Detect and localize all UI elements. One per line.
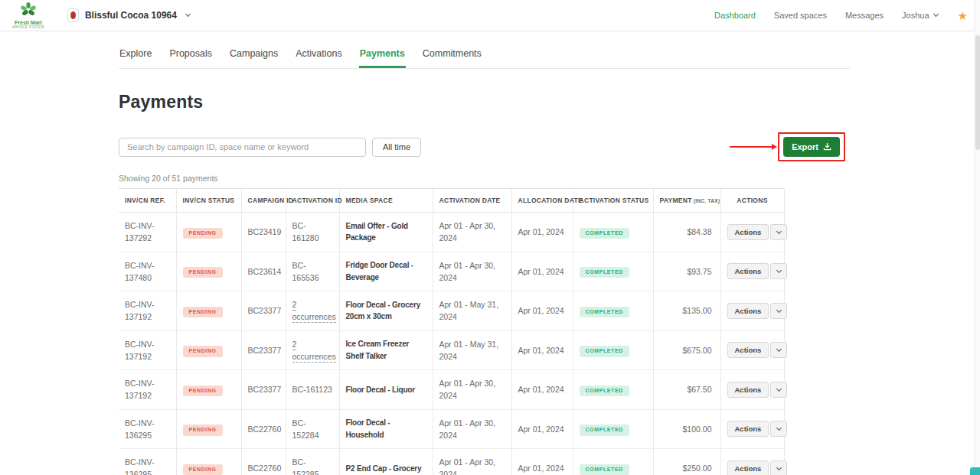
status-badge-pending: PENDING (183, 425, 223, 435)
campaign-id: BC23614 (241, 252, 286, 291)
floating-widget[interactable] (970, 467, 980, 475)
column-header: ACTIVATION STATUS (573, 189, 653, 213)
chevron-down-icon (776, 386, 782, 392)
user-name: Joshua (902, 11, 929, 20)
activation-date: Apr 01 - May 31, 2024 (439, 338, 505, 363)
chevron-down-icon (776, 229, 782, 234)
brand-selector[interactable]: Blissful Cocoa 10964 (67, 8, 190, 22)
invcn-ref: BC-INV-137192 (119, 291, 176, 331)
tab-campaigns[interactable]: Campaigns (229, 48, 279, 68)
status-badge-completed: COMPLETED (580, 425, 629, 435)
status-badge-pending: PENDING (183, 228, 223, 239)
time-filter-button[interactable]: All time (372, 138, 421, 157)
actions-dropdown-button[interactable] (770, 460, 787, 475)
invcn-ref: BC-INV-137192 (119, 330, 176, 370)
activation-date-cell: Apr 01 - Apr 30, 2024 (433, 370, 511, 410)
scrollbar-thumb[interactable] (975, 35, 980, 150)
activation-date-cell: Apr 01 - Apr 30, 2024 (433, 409, 511, 449)
actions-button[interactable]: Actions (727, 263, 769, 279)
allocation-date: Apr 01, 2024 (511, 330, 573, 370)
tab-explore[interactable]: Explore (119, 48, 152, 68)
page-scrollbar[interactable] (974, 0, 980, 475)
annotation-highlight-box: Export (778, 132, 845, 161)
activation-id[interactable]: BC-165536 (292, 261, 319, 282)
search-input[interactable] (119, 138, 366, 157)
nav-saved-spaces[interactable]: Saved spaces (774, 11, 827, 20)
top-navigation: Dashboard Saved spaces Messages Joshua ★ (714, 10, 968, 21)
payments-table: INV/CN REF.INV/CN STATUSCAMPAIGN IDACTIV… (119, 188, 785, 475)
payment-amount: $250.00 (653, 449, 720, 475)
actions-dropdown-button[interactable] (770, 263, 787, 279)
tab-payments[interactable]: Payments (359, 48, 406, 68)
table-header-row: INV/CN REF.INV/CN STATUSCAMPAIGN IDACTIV… (119, 189, 784, 213)
results-count: Showing 20 of 51 payments (119, 174, 850, 183)
actions-dropdown-button[interactable] (770, 303, 787, 319)
column-label: INV/CN REF. (125, 197, 165, 204)
media-space: Floor Decal - Liquor (339, 370, 433, 410)
activation-id[interactable]: BC-152285 (292, 457, 319, 475)
column-label: INV/CN STATUS (183, 197, 235, 204)
activation-date: Apr 01 - Apr 30, 2024 (439, 456, 505, 475)
activation-date-cell: Apr 01 - Apr 30, 2024 (433, 252, 511, 291)
actions-dropdown-button[interactable] (770, 421, 787, 437)
column-label: PAYMENT (660, 197, 692, 204)
allocation-date: Apr 01, 2024 (511, 213, 573, 252)
campaign-id: BC23419 (241, 213, 286, 252)
column-label: ACTIONS (737, 197, 767, 204)
actions-dropdown-button[interactable] (770, 382, 787, 398)
invcn-status-cell: PENDING (176, 370, 241, 410)
activation-id[interactable]: BC-161123 (292, 385, 332, 394)
tab-activations[interactable]: Activations (295, 48, 342, 68)
activation-id-cell: 2 occurrences (286, 291, 339, 331)
actions-button[interactable]: Actions (727, 382, 769, 398)
activation-date: Apr 01 - Apr 30, 2024 (439, 377, 505, 402)
payment-amount: $84.38 (653, 213, 720, 252)
status-badge-completed: COMPLETED (580, 464, 629, 475)
payment-amount: $93.75 (653, 252, 720, 291)
payment-amount: $67.50 (653, 370, 720, 410)
column-header: INV/CN REF. (119, 189, 176, 213)
status-badge-completed: COMPLETED (580, 228, 629, 239)
actions-button[interactable]: Actions (727, 342, 769, 358)
activation-date: Apr 01 - Apr 30, 2024 (439, 259, 505, 285)
actions-button[interactable]: Actions (727, 303, 769, 319)
actions-button[interactable]: Actions (727, 460, 769, 475)
tab-proposals[interactable]: Proposals (168, 48, 213, 68)
toolbar: All time Export (119, 133, 850, 161)
invcn-ref: BC-INV-137292 (119, 213, 176, 252)
tab-commitments[interactable]: Commitments (422, 48, 482, 68)
activation-id[interactable]: 2 occurrences (292, 340, 336, 363)
nav-dashboard[interactable]: Dashboard (714, 11, 756, 20)
invcn-status-cell: PENDING (176, 409, 241, 449)
invcn-ref: BC-INV-136295 (119, 449, 176, 475)
activation-id-cell: BC-161123 (286, 370, 339, 410)
column-header: ALLOCATION DATE (511, 189, 573, 213)
table-row: BC-INV-137192 PENDING BC23377 2 occurren… (119, 291, 784, 331)
status-badge-completed: COMPLETED (580, 386, 629, 396)
freshmart-logo[interactable]: Fresh Mart Whole Foods (12, 2, 44, 29)
activation-id[interactable]: 2 occurrences (292, 300, 336, 323)
actions-cell: Actions (720, 409, 784, 449)
actions-button[interactable]: Actions (727, 421, 769, 437)
activation-id-cell: BC-152284 (286, 409, 339, 449)
nav-messages[interactable]: Messages (845, 11, 884, 20)
chevron-down-icon (776, 346, 782, 352)
media-space: P2 End Cap - Grocery (339, 449, 433, 475)
actions-button[interactable]: Actions (727, 224, 769, 240)
table-row: BC-INV-137480 PENDING BC23614 BC-165536 … (119, 252, 784, 291)
column-label: CAMPAIGN ID (248, 197, 294, 204)
activation-id[interactable]: BC-161280 (292, 221, 319, 242)
actions-dropdown-button[interactable] (770, 342, 787, 358)
chevron-down-icon (185, 11, 191, 17)
actions-dropdown-button[interactable] (770, 224, 787, 240)
activation-id-cell: BC-161280 (286, 213, 339, 252)
brand-label: Blissful Cocoa 10964 (85, 10, 177, 21)
user-menu[interactable]: Joshua (902, 11, 937, 20)
allocation-date: Apr 01, 2024 (511, 252, 573, 291)
campaign-id: BC23377 (241, 291, 286, 331)
activation-id[interactable]: BC-152284 (292, 418, 319, 440)
main-content: Explore Proposals Campaigns Activations … (119, 31, 850, 475)
status-badge-completed: COMPLETED (580, 267, 629, 278)
export-button[interactable]: Export (783, 137, 840, 157)
favorites-star-icon[interactable]: ★ (958, 10, 968, 21)
